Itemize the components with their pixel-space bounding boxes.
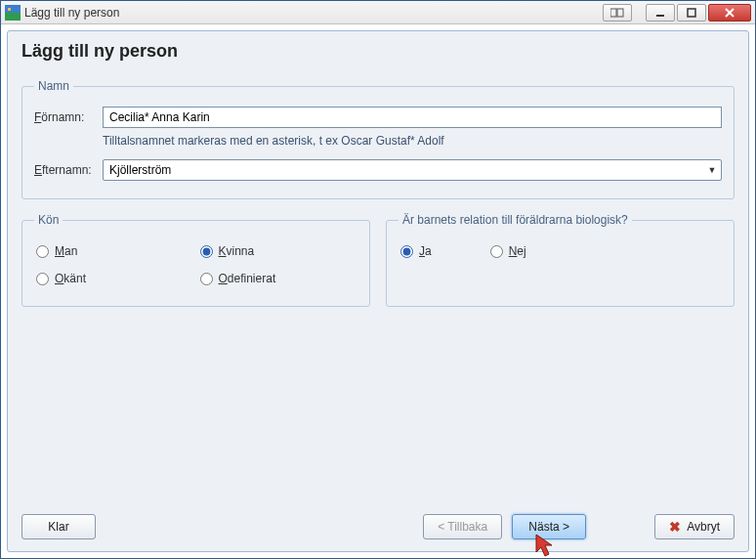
chevron-down-icon: ▼ — [703, 165, 721, 175]
close-button[interactable] — [708, 4, 751, 22]
klar-button[interactable]: Klar — [21, 514, 96, 539]
efternamn-label: Efternamn: — [34, 163, 103, 177]
radio-man[interactable]: Man — [36, 244, 192, 258]
radio-man-input[interactable] — [36, 245, 49, 258]
cancel-icon: ✖ — [669, 519, 681, 535]
maximize-button[interactable] — [677, 4, 706, 22]
fornamn-label: Förnamn: — [34, 110, 103, 124]
radio-okant-input[interactable] — [36, 273, 49, 285]
relation-radio-row: Ja Nej — [399, 240, 722, 262]
spacer — [21, 321, 735, 504]
page-title: Lägg till ny person — [21, 41, 735, 62]
svg-rect-0 — [5, 5, 21, 13]
relation-group-legend: Är barnets relation till föräldrarna bio… — [399, 213, 632, 227]
svg-rect-2 — [8, 8, 11, 11]
name-group: Namn Förnamn: Tilltalsnamnet markeras me… — [21, 79, 735, 199]
inner-panel: Lägg till ny person Namn Förnamn: Tillta… — [7, 30, 749, 552]
window-title: Lägg till ny person — [24, 6, 603, 20]
radio-ja[interactable]: Ja — [400, 244, 432, 258]
window-controls — [603, 4, 751, 22]
fornamn-hint: Tilltalsnamnet markeras med en asterisk,… — [103, 134, 722, 148]
dialog-window: Lägg till ny person Lägg till ny person … — [0, 0, 756, 559]
svg-rect-6 — [688, 9, 695, 17]
radio-kvinna-input[interactable] — [200, 245, 213, 258]
tillbaka-button[interactable]: < Tillbaka — [423, 514, 502, 539]
radio-nej-input[interactable] — [490, 245, 503, 258]
minimize-button[interactable] — [646, 4, 675, 22]
svg-rect-4 — [617, 9, 623, 17]
radio-man-label: Man — [55, 244, 77, 258]
radio-okant-label: Okänt — [55, 272, 86, 285]
radio-okant[interactable]: Okänt — [36, 272, 192, 285]
radio-ja-input[interactable] — [400, 245, 413, 258]
titlebar: Lägg till ny person — [1, 1, 755, 24]
efternamn-combobox[interactable]: Kjöllerström ▼ — [103, 159, 722, 181]
radio-odefinierat-label: Odefinierat — [219, 272, 276, 285]
nasta-button[interactable]: Nästa > — [512, 514, 586, 539]
radio-nej-label: Nej — [509, 244, 526, 258]
fornamn-row: Förnamn: — [34, 107, 722, 128]
button-bar: Klar < Tillbaka Nästa > ✖ Avbryt — [21, 514, 735, 539]
avbryt-button[interactable]: ✖ Avbryt — [654, 514, 735, 539]
svg-rect-1 — [5, 13, 21, 21]
relation-group: Är barnets relation till föräldrarna bio… — [386, 213, 735, 307]
gender-group: Kön Man Kvinna Okänt — [21, 213, 370, 307]
fornamn-input[interactable] — [103, 107, 722, 128]
two-column-row: Kön Man Kvinna Okänt — [21, 213, 735, 321]
content-area: Lägg till ny person Namn Förnamn: Tillta… — [1, 24, 755, 558]
avbryt-label: Avbryt — [687, 520, 720, 534]
radio-kvinna[interactable]: Kvinna — [200, 244, 357, 258]
radio-kvinna-label: Kvinna — [219, 244, 255, 258]
gender-radio-grid: Man Kvinna Okänt Odefinierat — [34, 240, 357, 289]
radio-nej[interactable]: Nej — [490, 244, 526, 258]
radio-odefinierat[interactable]: Odefinierat — [200, 272, 357, 285]
svg-rect-3 — [610, 9, 616, 17]
window-extra-button[interactable] — [603, 4, 632, 22]
efternamn-value: Kjöllerström — [104, 163, 703, 177]
radio-odefinierat-input[interactable] — [200, 273, 213, 285]
name-group-legend: Namn — [34, 79, 73, 93]
radio-ja-label: Ja — [419, 244, 432, 258]
app-icon — [5, 5, 21, 21]
efternamn-row: Efternamn: Kjöllerström ▼ — [34, 159, 722, 181]
gender-group-legend: Kön — [34, 213, 63, 227]
